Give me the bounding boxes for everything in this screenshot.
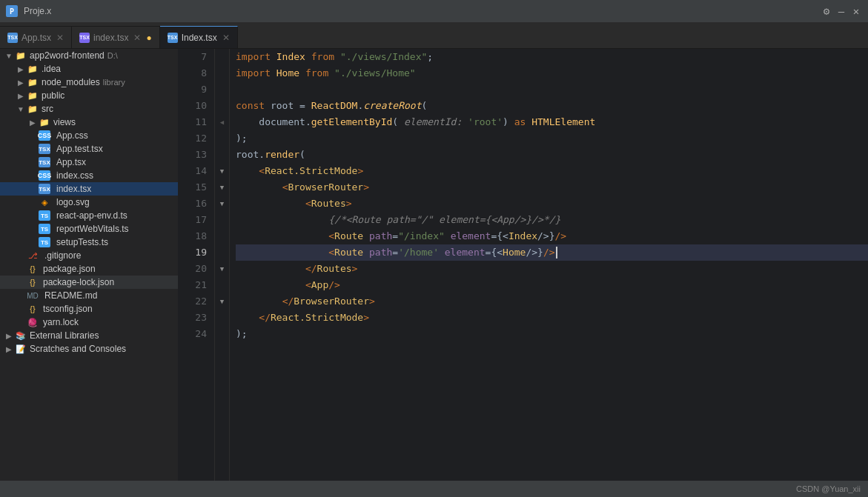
expand-arrow-public: ▶ [15, 92, 27, 100]
tsx-icon-index: TSX [39, 184, 50, 194]
ts-icon-env: TS [39, 210, 50, 221]
line-num-14: 14 [181, 163, 207, 179]
sidebar-item-node-modules[interactable]: ▶ 📁 node_modules library [0, 76, 178, 89]
project-path: D:\ [107, 51, 118, 60]
sidebar-item-app-tsx[interactable]: TSX App.tsx [0, 156, 178, 169]
sidebar-item-report[interactable]: TS reportWebVitals.ts [0, 222, 178, 236]
line-num-19: 19 [181, 244, 207, 261]
sidebar-item-app-css[interactable]: CSS App.css [0, 129, 178, 142]
sidebar-item-react-env[interactable]: TS react-app-env.d.ts [0, 209, 178, 222]
expand-arrow-views: ▶ [27, 119, 39, 127]
sidebar-item-readme[interactable]: MD README.md [0, 289, 178, 302]
tsx-icon-test: TSX [39, 144, 50, 154]
jsx-self-close-18: /> [555, 228, 567, 244]
expand-arrow-src: ▼ [15, 105, 27, 113]
sidebar-label-app-test: App.test.tsx [56, 144, 103, 154]
status-text: CSDN @Yuan_xii [796, 484, 861, 493]
jsx-route-18: Route [334, 228, 363, 244]
jsx-react-strictmode-open: React.StrictMode [265, 163, 357, 179]
sidebar-label-idea: .idea [42, 64, 61, 74]
tab-label: Index.tsx [182, 33, 217, 43]
sidebar-label-setup: setupTests.ts [56, 237, 108, 247]
sidebar-item-app-test-tsx[interactable]: TSX App.test.tsx [0, 142, 178, 156]
fold-21 [215, 277, 229, 293]
code-line-23: </ React.StrictMode > [236, 310, 868, 326]
code-line-24: ); [236, 326, 868, 342]
tab-close-app-tsx[interactable]: ✕ [56, 33, 64, 43]
line-num-9: 9 [181, 81, 207, 98]
json-icon-ts: {} [27, 304, 39, 314]
tab-index-tsx-1[interactable]: TSX index.tsx ✕ ● [72, 26, 160, 48]
minimize-icon[interactable]: — [835, 5, 847, 17]
code-line-22: </ BrowserRouter > [236, 293, 868, 310]
sidebar-item-package-lock[interactable]: {} package-lock.json [0, 276, 178, 289]
ts-icon-setup: TS [39, 237, 50, 247]
sidebar-item-yarn[interactable]: 🧶 yarn.lock [0, 316, 178, 329]
modified-dot: ● [146, 33, 151, 43]
jsx-open-22: </ [282, 293, 294, 310]
jsx-routes-close: Routes [317, 261, 352, 277]
tab-app-tsx[interactable]: TSX App.tsx ✕ [0, 26, 72, 48]
jsx-attr-path-18: path [369, 228, 392, 244]
tsx-icon: TSX [168, 33, 178, 43]
kw-from: from [311, 49, 334, 65]
fold-17 [215, 212, 229, 228]
expand-arrow-node: ▶ [15, 79, 27, 87]
sidebar-item-public[interactable]: ▶ 📁 public [0, 89, 178, 102]
fold-20: ▼ [215, 261, 229, 277]
line-num-7: 7 [181, 49, 207, 65]
sidebar-item-src[interactable]: ▼ 📁 src [0, 102, 178, 116]
line-num-23: 23 [181, 310, 207, 326]
code-line-17: {/*<Route path="/" element={<App/>}/>*/} [236, 212, 868, 228]
sidebar: ▼ 📁 app2word-frontend D:\ ▶ 📁 .idea ▶ 📁 … [0, 49, 178, 481]
fold-11: ◀ [215, 114, 229, 130]
param-hint-elementid: elementId: [404, 114, 462, 130]
ident-reactdom: ReactDOM [311, 98, 358, 114]
line-num-8: 8 [181, 65, 207, 81]
code-line-15: < BrowserRouter > [236, 179, 868, 196]
code-line-11: document. getElementById ( elementId: 'r… [236, 114, 868, 130]
jsx-home-comp: Home [503, 244, 526, 261]
sidebar-item-index-tsx[interactable]: TSX index.tsx [0, 182, 178, 196]
sidebar-item-package-json[interactable]: {} package.json [0, 262, 178, 276]
jsx-attr-path-19: path [369, 244, 392, 261]
code-line-19: < Route path = '/home' element ={< Home … [236, 244, 868, 261]
sidebar-label-report: reportWebVitals.ts [56, 224, 129, 234]
css-icon-index: CSS [39, 170, 50, 181]
code-line-18: < Route path = "/index" element ={< Inde… [236, 228, 868, 244]
tab-close-index2[interactable]: ✕ [222, 33, 230, 43]
sidebar-item-scratches[interactable]: ▶ 📝 Scratches and Consoles [0, 342, 178, 356]
sidebar-label-public: public [42, 90, 64, 101]
sidebar-item-external-libs[interactable]: ▶ 📚 External Libraries [0, 329, 178, 342]
sidebar-item-logo-svg[interactable]: ◈ logo.svg [0, 196, 178, 209]
kw-from-2: from [305, 65, 328, 81]
sidebar-item-idea[interactable]: ▶ 📁 .idea [0, 62, 178, 76]
css-icon: CSS [39, 130, 50, 141]
tab-close-index1[interactable]: ✕ [133, 33, 141, 43]
sidebar-label-scratches: Scratches and Consoles [30, 344, 126, 354]
fold-9 [215, 81, 229, 98]
project-name: app2word-frontend [30, 50, 105, 61]
code-line-12: ); [236, 130, 868, 147]
ident-index: Index [276, 49, 305, 65]
library-badge: library [103, 78, 125, 87]
line-numbers: 7 8 9 10 11 12 13 14 15 16 17 18 19 20 2… [178, 49, 215, 481]
settings-icon[interactable]: ⚙ [821, 5, 832, 17]
sidebar-item-index-css[interactable]: CSS index.css [0, 169, 178, 182]
jsx-open-14: < [259, 163, 265, 179]
close-icon[interactable]: ✕ [850, 5, 862, 17]
jsx-route-19: Route [334, 244, 363, 261]
line-num-21: 21 [181, 277, 207, 293]
jsx-close-14: > [357, 163, 363, 179]
editor-area: 7 8 9 10 11 12 13 14 15 16 17 18 19 20 2… [178, 49, 868, 481]
tab-index-tsx-2[interactable]: TSX Index.tsx ✕ [160, 26, 238, 48]
fold-19 [215, 244, 229, 261]
sidebar-item-gitignore[interactable]: ⎇ .gitignore [0, 249, 178, 262]
sidebar-item-setup[interactable]: TS setupTests.ts [0, 236, 178, 249]
ts-icon-report: TS [39, 224, 50, 234]
jsx-open-18: < [328, 228, 334, 244]
sidebar-item-tsconfig[interactable]: {} tsconfig.json [0, 302, 178, 316]
sidebar-item-views[interactable]: ▶ 📁 views [0, 116, 178, 129]
sidebar-item-project[interactable]: ▼ 📁 app2word-frontend D:\ [0, 49, 178, 62]
code-content[interactable]: import Index from "./views/Index" ; impo… [230, 49, 868, 481]
